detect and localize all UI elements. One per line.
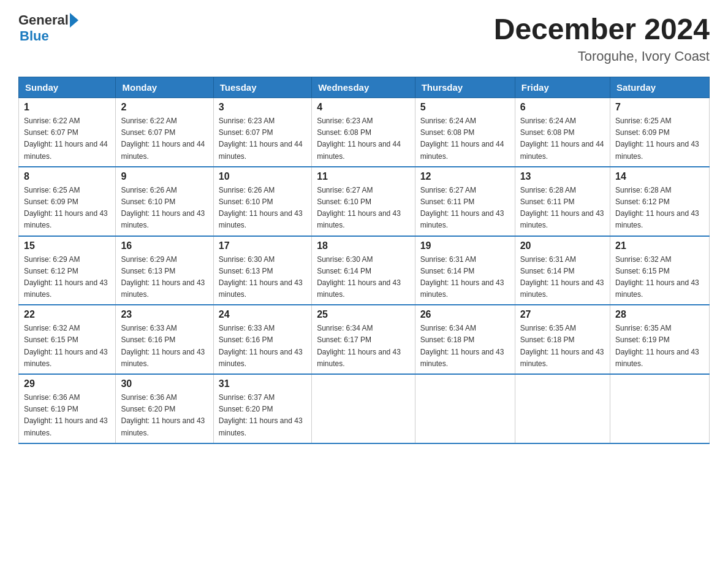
day-number: 7 <box>615 102 704 113</box>
day-info: Sunrise: 6:31 AMSunset: 6:14 PMDaylight:… <box>420 254 510 301</box>
day-number: 1 <box>24 102 110 113</box>
day-info: Sunrise: 6:31 AMSunset: 6:14 PMDaylight:… <box>520 254 605 301</box>
day-info: Sunrise: 6:27 AMSunset: 6:11 PMDaylight:… <box>420 185 510 232</box>
calendar-cell: 9Sunrise: 6:26 AMSunset: 6:10 PMDaylight… <box>116 167 213 236</box>
calendar-cell <box>610 374 710 443</box>
day-info: Sunrise: 6:27 AMSunset: 6:10 PMDaylight:… <box>317 185 409 232</box>
calendar-cell: 15Sunrise: 6:29 AMSunset: 6:12 PMDayligh… <box>19 236 116 305</box>
logo-general-text: General <box>18 12 69 28</box>
calendar-header-wednesday: Wednesday <box>312 77 415 98</box>
day-info: Sunrise: 6:33 AMSunset: 6:16 PMDaylight:… <box>219 323 306 370</box>
calendar-cell: 19Sunrise: 6:31 AMSunset: 6:14 PMDayligh… <box>415 236 515 305</box>
day-info: Sunrise: 6:36 AMSunset: 6:20 PMDaylight:… <box>121 392 208 439</box>
day-number: 19 <box>420 240 510 251</box>
calendar-cell: 24Sunrise: 6:33 AMSunset: 6:16 PMDayligh… <box>213 305 311 374</box>
day-info: Sunrise: 6:28 AMSunset: 6:11 PMDaylight:… <box>520 185 605 232</box>
day-number: 15 <box>24 240 110 251</box>
day-info: Sunrise: 6:26 AMSunset: 6:10 PMDaylight:… <box>121 185 208 232</box>
subtitle: Toroguhe, Ivory Coast <box>494 48 710 64</box>
main-title: December 2024 <box>494 12 710 46</box>
day-number: 21 <box>615 240 704 251</box>
calendar-cell: 31Sunrise: 6:37 AMSunset: 6:20 PMDayligh… <box>213 374 311 443</box>
page-header: General Blue December 2024 Toroguhe, Ivo… <box>18 12 710 64</box>
calendar-cell: 25Sunrise: 6:34 AMSunset: 6:17 PMDayligh… <box>312 305 415 374</box>
calendar-cell: 10Sunrise: 6:26 AMSunset: 6:10 PMDayligh… <box>213 167 311 236</box>
day-number: 16 <box>121 240 208 251</box>
calendar-header-thursday: Thursday <box>415 77 515 98</box>
day-info: Sunrise: 6:25 AMSunset: 6:09 PMDaylight:… <box>24 185 110 232</box>
logo-arrow-icon <box>70 13 78 28</box>
calendar-cell: 6Sunrise: 6:24 AMSunset: 6:08 PMDaylight… <box>515 98 610 167</box>
calendar-week-row: 29Sunrise: 6:36 AMSunset: 6:19 PMDayligh… <box>19 374 710 443</box>
logo: General Blue <box>18 12 78 44</box>
day-info: Sunrise: 6:26 AMSunset: 6:10 PMDaylight:… <box>219 185 306 232</box>
calendar-week-row: 8Sunrise: 6:25 AMSunset: 6:09 PMDaylight… <box>19 167 710 236</box>
day-number: 18 <box>317 240 409 251</box>
calendar-header-sunday: Sunday <box>19 77 116 98</box>
calendar-cell: 1Sunrise: 6:22 AMSunset: 6:07 PMDaylight… <box>19 98 116 167</box>
calendar-cell: 2Sunrise: 6:22 AMSunset: 6:07 PMDaylight… <box>116 98 213 167</box>
day-info: Sunrise: 6:22 AMSunset: 6:07 PMDaylight:… <box>24 115 110 163</box>
day-info: Sunrise: 6:29 AMSunset: 6:12 PMDaylight:… <box>24 254 110 301</box>
day-info: Sunrise: 6:30 AMSunset: 6:14 PMDaylight:… <box>317 254 409 301</box>
day-number: 9 <box>121 171 208 182</box>
day-number: 14 <box>615 171 704 182</box>
calendar-cell: 3Sunrise: 6:23 AMSunset: 6:07 PMDaylight… <box>213 98 311 167</box>
calendar-cell: 14Sunrise: 6:28 AMSunset: 6:12 PMDayligh… <box>610 167 710 236</box>
day-number: 2 <box>121 102 208 113</box>
day-info: Sunrise: 6:32 AMSunset: 6:15 PMDaylight:… <box>24 323 110 370</box>
day-info: Sunrise: 6:24 AMSunset: 6:08 PMDaylight:… <box>520 115 605 163</box>
day-number: 26 <box>420 309 510 320</box>
day-info: Sunrise: 6:36 AMSunset: 6:19 PMDaylight:… <box>24 392 110 439</box>
day-info: Sunrise: 6:24 AMSunset: 6:08 PMDaylight:… <box>420 115 510 163</box>
day-number: 22 <box>24 309 110 320</box>
day-number: 28 <box>615 309 704 320</box>
day-number: 11 <box>317 171 409 182</box>
calendar-header-tuesday: Tuesday <box>213 77 311 98</box>
calendar-cell: 30Sunrise: 6:36 AMSunset: 6:20 PMDayligh… <box>116 374 213 443</box>
calendar-cell: 5Sunrise: 6:24 AMSunset: 6:08 PMDaylight… <box>415 98 515 167</box>
calendar-header-friday: Friday <box>515 77 610 98</box>
day-info: Sunrise: 6:22 AMSunset: 6:07 PMDaylight:… <box>121 115 208 163</box>
calendar-table: SundayMondayTuesdayWednesdayThursdayFrid… <box>18 77 710 444</box>
calendar-cell <box>312 374 415 443</box>
day-number: 13 <box>520 171 605 182</box>
calendar-cell: 18Sunrise: 6:30 AMSunset: 6:14 PMDayligh… <box>312 236 415 305</box>
day-number: 29 <box>24 378 110 389</box>
calendar-cell: 8Sunrise: 6:25 AMSunset: 6:09 PMDaylight… <box>19 167 116 236</box>
calendar-cell <box>515 374 610 443</box>
calendar-cell: 27Sunrise: 6:35 AMSunset: 6:18 PMDayligh… <box>515 305 610 374</box>
calendar-header-monday: Monday <box>116 77 213 98</box>
day-number: 4 <box>317 102 409 113</box>
day-info: Sunrise: 6:32 AMSunset: 6:15 PMDaylight:… <box>615 254 704 301</box>
day-info: Sunrise: 6:25 AMSunset: 6:09 PMDaylight:… <box>615 115 704 163</box>
day-number: 27 <box>520 309 605 320</box>
day-info: Sunrise: 6:30 AMSunset: 6:13 PMDaylight:… <box>219 254 306 301</box>
day-info: Sunrise: 6:33 AMSunset: 6:16 PMDaylight:… <box>121 323 208 370</box>
day-info: Sunrise: 6:28 AMSunset: 6:12 PMDaylight:… <box>615 185 704 232</box>
day-info: Sunrise: 6:23 AMSunset: 6:08 PMDaylight:… <box>317 115 409 163</box>
calendar-cell: 16Sunrise: 6:29 AMSunset: 6:13 PMDayligh… <box>116 236 213 305</box>
day-number: 17 <box>219 240 306 251</box>
day-number: 20 <box>520 240 605 251</box>
calendar-header-saturday: Saturday <box>610 77 710 98</box>
day-info: Sunrise: 6:29 AMSunset: 6:13 PMDaylight:… <box>121 254 208 301</box>
day-number: 5 <box>420 102 510 113</box>
calendar-cell: 26Sunrise: 6:34 AMSunset: 6:18 PMDayligh… <box>415 305 515 374</box>
day-number: 24 <box>219 309 306 320</box>
day-info: Sunrise: 6:34 AMSunset: 6:17 PMDaylight:… <box>317 323 409 370</box>
calendar-cell: 29Sunrise: 6:36 AMSunset: 6:19 PMDayligh… <box>19 374 116 443</box>
calendar-cell: 17Sunrise: 6:30 AMSunset: 6:13 PMDayligh… <box>213 236 311 305</box>
day-number: 30 <box>121 378 208 389</box>
title-area: December 2024 Toroguhe, Ivory Coast <box>494 12 710 64</box>
day-number: 3 <box>219 102 306 113</box>
day-number: 25 <box>317 309 409 320</box>
day-number: 8 <box>24 171 110 182</box>
calendar-cell: 20Sunrise: 6:31 AMSunset: 6:14 PMDayligh… <box>515 236 610 305</box>
logo-blue-text: Blue <box>20 28 78 44</box>
day-number: 31 <box>219 378 306 389</box>
day-info: Sunrise: 6:37 AMSunset: 6:20 PMDaylight:… <box>219 392 306 439</box>
day-number: 10 <box>219 171 306 182</box>
calendar-header-row: SundayMondayTuesdayWednesdayThursdayFrid… <box>19 77 710 98</box>
day-number: 12 <box>420 171 510 182</box>
